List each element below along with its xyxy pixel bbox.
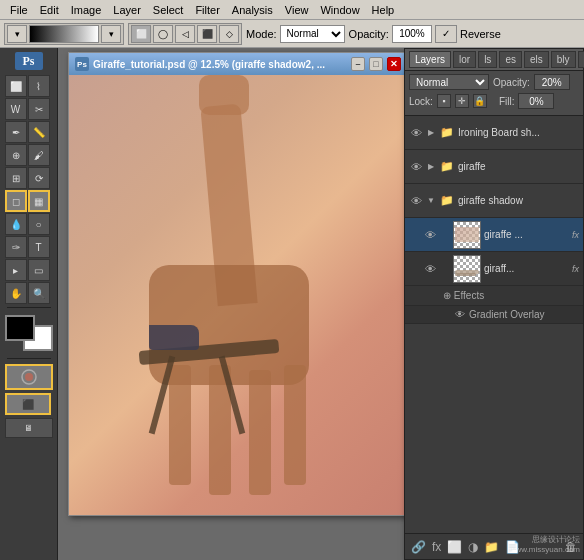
quick-select-tool[interactable]: W <box>5 98 27 120</box>
adjustment-layer-btn[interactable]: ◑ <box>468 540 478 554</box>
menu-edit[interactable]: Edit <box>34 3 65 17</box>
eraser-tool[interactable]: ◻ <box>5 190 27 212</box>
reflected-gradient-btn[interactable]: ⬛ <box>197 25 217 43</box>
menu-image[interactable]: Image <box>65 3 108 17</box>
lock-position-btn[interactable]: ✛ <box>455 94 469 108</box>
tab-els[interactable]: els <box>524 51 549 68</box>
tab-ls[interactable]: ls <box>478 51 497 68</box>
menu-file[interactable]: File <box>4 3 34 17</box>
shape-tool[interactable]: ▭ <box>28 259 50 281</box>
zoom-tool[interactable]: 🔍 <box>28 282 50 304</box>
tab-bly[interactable]: bly <box>551 51 576 68</box>
brush-preset-group: ▾ ▾ <box>4 23 124 45</box>
menu-window[interactable]: Window <box>314 3 365 17</box>
sublayer-giraffe-1[interactable]: 👁 giraffe ... fx <box>405 218 583 252</box>
blur-tool[interactable]: 💧 <box>5 213 27 235</box>
marquee-tool[interactable]: ⬜ <box>5 75 27 97</box>
type-tool[interactable]: T <box>28 236 50 258</box>
hand-tool[interactable]: ✋ <box>5 282 27 304</box>
expand-ironing-board[interactable]: ▶ <box>426 126 436 140</box>
gradient-options-btn[interactable]: ▾ <box>101 25 121 43</box>
tab-lns[interactable]: lns <box>578 51 584 68</box>
tool-row-9: ▸ ▭ <box>5 259 53 281</box>
layers-controls: Normal Opacity: Lock: ▪ ✛ 🔒 Fill: <box>405 71 583 116</box>
path-select-tool[interactable]: ▸ <box>5 259 27 281</box>
eye-sublayer-2[interactable]: 👁 <box>423 262 437 276</box>
gradient-preview[interactable] <box>29 25 99 43</box>
opacity-value-input[interactable] <box>534 74 570 90</box>
blend-mode-dropdown[interactable]: Normal <box>409 74 489 90</box>
gradient-overlay-row[interactable]: 👁 Gradient Overlay <box>405 306 583 324</box>
expand-giraffe-shadow[interactable]: ▼ <box>426 194 436 208</box>
opacity-input[interactable] <box>392 25 432 43</box>
fill-label: Fill: <box>499 96 515 107</box>
tool-separator-1 <box>7 307 51 308</box>
lock-pixels-btn[interactable]: ▪ <box>437 94 451 108</box>
eye-giraffe[interactable]: 👁 <box>409 160 423 174</box>
mode-dropdown[interactable]: Normal <box>280 25 345 43</box>
menu-layer[interactable]: Layer <box>107 3 147 17</box>
expand-giraffe[interactable]: ▶ <box>426 160 436 174</box>
eye-giraffe-shadow[interactable]: 👁 <box>409 194 423 208</box>
thumb-checker-2 <box>454 256 480 282</box>
layer-giraffe-shadow[interactable]: 👁 ▼ 📁 giraffe shadow <box>405 184 583 218</box>
eye-ironing-board[interactable]: 👁 <box>409 126 423 140</box>
menu-analysis[interactable]: Analysis <box>226 3 279 17</box>
menu-select[interactable]: Select <box>147 3 190 17</box>
group-layers-btn[interactable]: 📁 <box>484 540 499 554</box>
tab-es[interactable]: es <box>499 51 522 68</box>
crop-tool[interactable]: ✂ <box>28 98 50 120</box>
fill-value-input[interactable] <box>518 93 554 109</box>
layer-styles-btn[interactable]: fx <box>432 540 441 554</box>
blend-opacity-row: Normal Opacity: <box>409 74 579 90</box>
link-layers-btn[interactable]: 🔗 <box>411 540 426 554</box>
giraffe-leg-3 <box>249 370 271 495</box>
reverse-checkbox[interactable] <box>435 25 457 43</box>
application-frame-btn[interactable]: 🖥 <box>5 418 53 438</box>
history-tool[interactable]: ⟳ <box>28 167 50 189</box>
tool-row-2: W ✂ <box>5 98 53 120</box>
quick-mask-icon <box>19 367 39 387</box>
tab-layers[interactable]: Layers <box>409 51 451 68</box>
tool-row-7: 💧 ○ <box>5 213 53 235</box>
lock-all-btn[interactable]: 🔒 <box>473 94 487 108</box>
layers-panel: Layers lor ls es els bly lns Normal Opac… <box>404 48 584 560</box>
menu-help[interactable]: Help <box>366 3 401 17</box>
menu-filter[interactable]: Filter <box>189 3 225 17</box>
gradient-tool[interactable]: ▦ <box>28 190 50 212</box>
tool-row-6: ◻ ▦ <box>5 190 53 212</box>
layer-ironing-board[interactable]: 👁 ▶ 📁 Ironing Board sh... <box>405 116 583 150</box>
menu-bar: File Edit Image Layer Select Filter Anal… <box>0 0 584 20</box>
document-minimize-btn[interactable]: – <box>351 57 365 71</box>
sublayer-giraffe-2[interactable]: 👁 giraff... fx <box>405 252 583 286</box>
gradient-type-group: ⬜ ◯ ◁ ⬛ ◇ <box>128 23 242 45</box>
eye-gradient-overlay[interactable]: 👁 <box>455 309 465 320</box>
linear-gradient-btn[interactable]: ⬜ <box>131 25 151 43</box>
watermark-line1: 思缘设计论坛 <box>510 534 580 545</box>
spot-healing-tool[interactable]: ⊕ <box>5 144 27 166</box>
layer-mask-btn[interactable]: ⬜ <box>447 540 462 554</box>
brush-tool[interactable]: 🖌 <box>28 144 50 166</box>
lasso-tool[interactable]: ⌇ <box>28 75 50 97</box>
dodge-tool[interactable]: ○ <box>28 213 50 235</box>
diamond-gradient-btn[interactable]: ◇ <box>219 25 239 43</box>
layer-thumb-1 <box>453 221 481 249</box>
radial-gradient-btn[interactable]: ◯ <box>153 25 173 43</box>
lock-fill-row: Lock: ▪ ✛ 🔒 Fill: <box>409 93 579 109</box>
eye-sublayer-1[interactable]: 👁 <box>423 228 437 242</box>
layer-giraffe[interactable]: 👁 ▶ 📁 giraffe <box>405 150 583 184</box>
ruler-tool[interactable]: 📏 <box>28 121 50 143</box>
menu-view[interactable]: View <box>279 3 315 17</box>
screen-mode-btn[interactable]: ⬛ <box>5 393 51 415</box>
eyedropper-tool[interactable]: ✒ <box>5 121 27 143</box>
document-close-btn[interactable]: ✕ <box>387 57 401 71</box>
ps-logo: Ps <box>15 52 43 70</box>
quick-mask-tool[interactable] <box>5 364 53 390</box>
brush-preset-btn[interactable]: ▾ <box>7 25 27 43</box>
angle-gradient-btn[interactable]: ◁ <box>175 25 195 43</box>
foreground-color-swatch[interactable] <box>5 315 35 341</box>
document-restore-btn[interactable]: □ <box>369 57 383 71</box>
pen-tool[interactable]: ✑ <box>5 236 27 258</box>
clone-tool[interactable]: ⊞ <box>5 167 27 189</box>
tab-lor[interactable]: lor <box>453 51 476 68</box>
